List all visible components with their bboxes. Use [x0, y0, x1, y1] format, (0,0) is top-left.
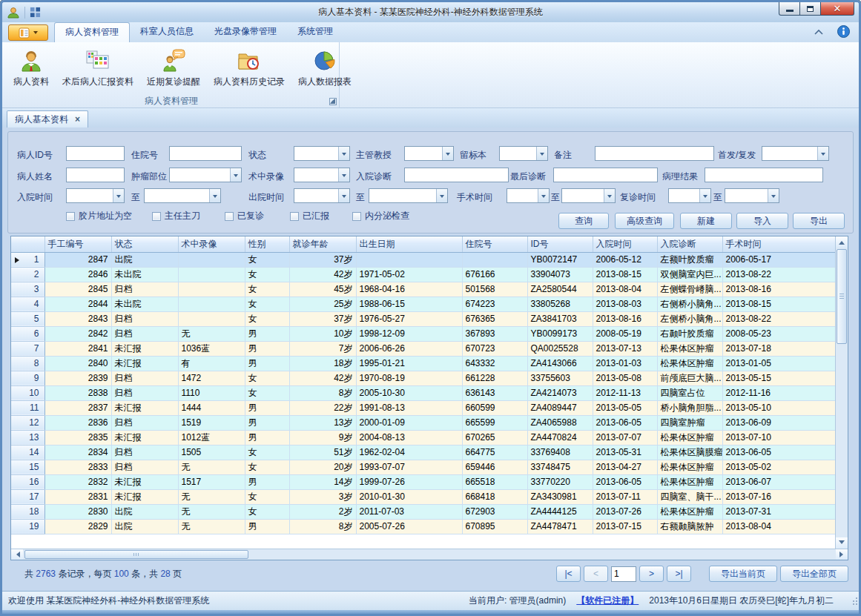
checkbox-revisited[interactable]: 已复诊	[225, 210, 264, 222]
column-header-gender[interactable]: 性别	[245, 236, 289, 252]
horizontal-scroll-thumb[interactable]	[24, 550, 248, 559]
vertical-scrollbar[interactable]	[835, 236, 848, 549]
final-diagnosis-input[interactable]	[553, 168, 658, 182]
attending-professor-select[interactable]	[404, 146, 454, 161]
discharge-date-to-select[interactable]	[369, 188, 448, 203]
ribbon-tab-patient-data-management[interactable]: 病人资料管理	[54, 22, 130, 43]
ribbon-item-postop-patient-report[interactable]: 术后病人汇报资料	[56, 45, 140, 95]
column-header-id-number[interactable]: ID号	[527, 236, 593, 252]
checkbox-film-address-empty[interactable]: 胶片地址为空	[66, 210, 132, 222]
dropdown-arrow-icon[interactable]	[338, 147, 349, 160]
vertical-scroll-thumb[interactable]	[837, 249, 847, 344]
checkbox-chief-as-surgeon[interactable]: 主任主刀	[152, 210, 200, 222]
close-button[interactable]: ✕	[821, 2, 854, 16]
table-row[interactable]: 42844未出院女25岁1988-06-15674223338052682013…	[11, 297, 835, 311]
scroll-left-button[interactable]	[11, 549, 23, 560]
intraop-video-select[interactable]	[294, 168, 350, 182]
revisit-date-to-select[interactable]	[725, 188, 779, 203]
page-number-input[interactable]	[611, 566, 636, 582]
dialog-launcher-icon[interactable]	[329, 98, 337, 105]
dropdown-arrow-icon[interactable]	[604, 189, 615, 202]
checkbox-reported[interactable]: 已汇报	[290, 210, 329, 222]
surgery-date-to-select[interactable]	[561, 188, 616, 203]
scroll-right-button[interactable]	[836, 549, 848, 560]
column-header-row-selector[interactable]	[11, 236, 44, 252]
scroll-up-button[interactable]	[836, 236, 848, 248]
patient-id-input[interactable]	[66, 146, 125, 161]
first-page-button[interactable]: |<	[556, 566, 581, 582]
admission-date-to-select[interactable]	[144, 188, 221, 203]
dropdown-arrow-icon[interactable]	[442, 147, 453, 160]
admission-diagnosis-input[interactable]	[404, 168, 509, 182]
maximize-button[interactable]	[800, 2, 821, 16]
table-row[interactable]: 152833归档无女20岁1993-07-0765944633748475201…	[11, 460, 835, 474]
remarks-input[interactable]	[595, 146, 714, 161]
admission-no-input[interactable]	[169, 146, 242, 161]
dropdown-arrow-icon[interactable]	[768, 189, 779, 202]
app-logo-icon[interactable]	[7, 6, 20, 19]
info-icon[interactable]	[837, 25, 850, 40]
dropdown-arrow-icon[interactable]	[536, 147, 547, 160]
dropdown-arrow-icon[interactable]	[817, 147, 828, 160]
column-header-admission-date[interactable]: 入院时间	[593, 236, 657, 252]
prev-page-button[interactable]: <	[584, 566, 608, 582]
column-header-status[interactable]: 状态	[111, 236, 178, 252]
first-or-recurrence-select[interactable]	[762, 146, 829, 161]
scroll-down-button[interactable]	[836, 537, 848, 549]
discharge-date-from-select[interactable]	[294, 188, 350, 203]
collapse-ribbon-chevron-icon[interactable]	[814, 27, 824, 38]
dropdown-arrow-icon[interactable]	[436, 189, 447, 202]
table-row[interactable]: 112837未汇报1444男22岁1991-08-13660599ZA40894…	[11, 400, 835, 415]
table-row[interactable]: 62842归档无男10岁1998-12-09367893YB0099173200…	[11, 326, 835, 341]
ribbon-item-recent-revisit-reminder[interactable]: 近期复诊提醒	[140, 45, 207, 95]
export-current-page-button[interactable]: 导出当前页	[709, 566, 777, 582]
ribbon-tab-department-staff-info[interactable]: 科室人员信息	[130, 22, 204, 42]
column-header-admission-number[interactable]: 住院号	[462, 236, 527, 252]
resize-grip[interactable]	[850, 603, 851, 605]
table-row[interactable]: 72841未汇报1036蓝男7岁2006-06-26670723QA002552…	[11, 341, 835, 356]
column-header-manual-number[interactable]: 手工编号	[44, 236, 111, 252]
table-row[interactable]: 122836归档1519男13岁2000-01-09665599ZA406598…	[11, 415, 835, 430]
horizontal-scrollbar[interactable]	[11, 549, 848, 560]
advanced-query-button[interactable]: 高级查询	[615, 213, 674, 229]
checkbox-endocrine-exam[interactable]: 内分泌检查	[352, 210, 409, 222]
next-page-button[interactable]: >	[639, 566, 664, 582]
pathology-result-input[interactable]	[705, 168, 823, 182]
ribbon-tab-disc-video-management[interactable]: 光盘录像带管理	[204, 22, 287, 42]
table-row[interactable]: 22846未出院女42岁1971-05-02676166339040732013…	[11, 267, 835, 282]
quick-access-blocks-icon[interactable]	[30, 7, 41, 18]
query-button[interactable]: 查询	[558, 213, 609, 229]
registered-link[interactable]: 【软件已注册】	[576, 595, 639, 607]
table-row[interactable]: 192829出院无男8岁2005-07-26670895ZA4478471201…	[11, 519, 835, 534]
close-tab-icon[interactable]: ×	[75, 115, 80, 124]
table-row[interactable]: 12847出院女37岁YB00721472006-05-12左额叶胶质瘤2006…	[11, 252, 835, 267]
dropdown-arrow-icon[interactable]	[209, 189, 220, 202]
ribbon-tab-system-management[interactable]: 系统管理	[287, 22, 343, 42]
column-header-age-at-visit[interactable]: 就诊年龄	[289, 236, 356, 252]
dropdown-arrow-icon[interactable]	[538, 189, 549, 202]
status-select[interactable]	[294, 146, 350, 161]
column-header-intraop-video[interactable]: 术中录像	[178, 236, 245, 252]
table-row[interactable]: 52843归档女37岁1976-05-27676365ZA38417032013…	[11, 311, 835, 326]
table-row[interactable]: 182830出院无女2岁2011-07-03672903ZA4444125201…	[11, 504, 835, 519]
minimize-button[interactable]	[779, 2, 800, 16]
export-all-pages-button[interactable]: 导出全部页	[780, 566, 848, 582]
new-button[interactable]: 新建	[680, 213, 732, 229]
admission-date-from-select[interactable]	[66, 188, 125, 203]
ribbon-item-patient-data-history[interactable]: 病人资料历史记录	[207, 45, 291, 95]
specimen-kept-select[interactable]	[499, 146, 548, 161]
column-header-admission-diagnosis[interactable]: 入院诊断	[657, 236, 722, 252]
table-row[interactable]: 172831未汇报无女3岁2010-01-30668418ZA343098120…	[11, 489, 835, 504]
app-menu-button[interactable]	[8, 24, 48, 41]
table-row[interactable]: 132835未汇报1012蓝男9岁2004-08-13670265ZA44708…	[11, 430, 835, 445]
table-row[interactable]: 32845归档女45岁1968-04-16501568ZA25805442013…	[11, 282, 835, 297]
table-row[interactable]: 102838归档1110女8岁2005-10-30636143ZA4214073…	[11, 385, 835, 400]
revisit-date-from-select[interactable]	[668, 188, 711, 203]
surgery-date-from-select[interactable]	[507, 188, 550, 203]
ribbon-item-patient-data[interactable]: 病人资料	[7, 45, 56, 95]
tab-patient-basic-info[interactable]: 病人基本资料 ×	[7, 110, 88, 127]
dropdown-arrow-icon[interactable]	[699, 189, 710, 202]
import-button[interactable]: 导入	[736, 213, 788, 229]
column-header-surgery-date[interactable]: 手术时间	[722, 236, 835, 252]
table-row[interactable]: 162832未汇报1517男14岁1999-07-266655183377022…	[11, 474, 835, 489]
